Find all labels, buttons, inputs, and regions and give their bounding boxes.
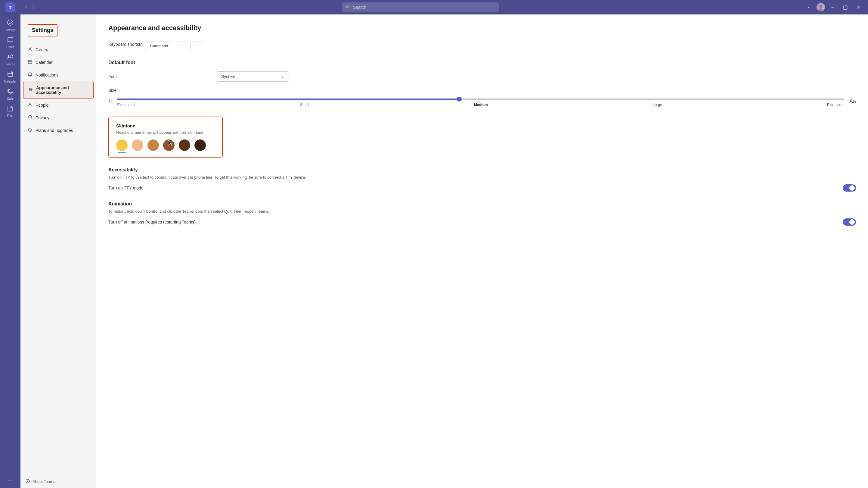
maximize-button[interactable]: ▢ — [840, 3, 850, 12]
animation-toggle[interactable] — [843, 219, 856, 226]
more-button[interactable]: ··· — [8, 476, 13, 483]
skintone-4[interactable] — [163, 140, 175, 151]
plans-icon — [28, 127, 32, 134]
skintone-6[interactable] — [194, 140, 206, 151]
minus-button[interactable]: − — [190, 41, 203, 50]
label-medium: Medium — [474, 103, 488, 107]
appearance-label: Appearance and accessibility — [36, 85, 88, 95]
search-icon: 🔍 — [345, 5, 350, 10]
sidebar-item-chats[interactable]: Chats — [0, 34, 21, 51]
more-options-button[interactable]: ··· — [804, 3, 813, 12]
calls-label: Calls — [7, 97, 13, 100]
main-content: Appearance and accessibility Keyboard sh… — [96, 15, 868, 488]
settings-nav-general[interactable]: General — [23, 44, 94, 56]
sidebar-item-calendar[interactable]: Calendar — [0, 68, 21, 86]
plans-label: Plans and upgrades — [35, 128, 73, 133]
default-font-title: Default font — [108, 60, 856, 65]
slider-container: Aa Extra small Small Medium Large Extra … — [108, 95, 856, 107]
font-label: Font — [108, 74, 217, 79]
sidebar-item-activity[interactable]: Activity — [0, 17, 21, 34]
label-small: Small — [300, 103, 309, 107]
accessibility-section: Accessibility Turn on TTY to use text to… — [108, 167, 856, 192]
svg-rect-7 — [8, 72, 13, 77]
size-label: Size — [108, 88, 117, 93]
calendar-settings-icon — [28, 59, 32, 65]
forward-button[interactable]: › — [30, 3, 37, 12]
back-button[interactable]: ‹ — [23, 3, 29, 12]
animation-slider — [843, 219, 856, 226]
svg-rect-9 — [28, 60, 32, 63]
skintone-2[interactable] — [132, 140, 143, 151]
notifications-label: Notifications — [35, 73, 58, 78]
default-font-section: Default font Font System ⌄ Size Aa Extra… — [108, 60, 856, 107]
skintone-5[interactable] — [179, 140, 190, 151]
svg-point-3 — [819, 5, 822, 8]
titlebar-nav: ‹ › — [23, 3, 37, 12]
calendar-icon — [7, 71, 13, 79]
files-icon — [7, 105, 13, 113]
calendar-settings-label: Calendar — [35, 60, 53, 65]
titlebar-logo: T — [0, 2, 21, 12]
settings-nav-plans[interactable]: Plans and upgrades — [23, 124, 94, 137]
chevron-down-icon: ⌄ — [281, 74, 284, 79]
calendar-label: Calendar — [4, 80, 17, 83]
label-large: Large — [653, 103, 662, 107]
size-large-indicator: Aa — [849, 98, 856, 105]
sidebar-item-files[interactable]: Files — [0, 103, 21, 120]
appearance-icon — [28, 87, 33, 93]
minimize-button[interactable]: − — [829, 3, 837, 12]
tty-slider — [843, 184, 856, 192]
general-label: General — [35, 47, 51, 52]
search-input[interactable] — [342, 2, 499, 12]
slider-labels: Extra small Small Medium Large Extra lar… — [117, 103, 844, 107]
close-button[interactable]: ✕ — [854, 3, 863, 12]
skintone-circles — [116, 140, 215, 151]
keyboard-shortcut-label: Keyboard shortcut — [108, 42, 143, 47]
skintone-title: Skintone — [116, 123, 215, 128]
accessibility-title: Accessibility — [108, 167, 856, 173]
label-extra-small: Extra small — [117, 103, 135, 107]
animation-title: Animation — [108, 201, 856, 207]
sidebar-item-calls[interactable]: Calls — [0, 86, 21, 103]
font-dropdown[interactable]: System ⌄ — [217, 71, 289, 82]
settings-nav-notifications[interactable]: Notifications — [23, 69, 94, 81]
teams-label: Teams — [6, 63, 14, 66]
slider-wrapper: Extra small Small Medium Large Extra lar… — [117, 95, 844, 107]
general-icon — [28, 47, 32, 53]
accessibility-description: Turn on TTY to use text to communicate o… — [108, 175, 856, 179]
privacy-label: Privacy — [35, 115, 49, 120]
files-label: Files — [7, 114, 13, 117]
size-slider[interactable] — [117, 98, 844, 100]
about-teams[interactable]: About Teams — [21, 475, 96, 488]
settings-nav-people[interactable]: People — [23, 99, 94, 111]
titlebar: T ‹ › 🔍 ··· − ▢ ✕ — [0, 0, 868, 15]
settings-title-box: Settings — [28, 24, 58, 36]
animation-toggle-row: Turn off animations (requires restarting… — [108, 219, 856, 226]
chats-label: Chats — [6, 46, 14, 49]
svg-point-5 — [8, 55, 10, 57]
teams-icon — [7, 54, 13, 62]
plus-button[interactable]: + — [176, 41, 188, 50]
svg-marker-14 — [168, 140, 172, 145]
search-bar: 🔍 — [342, 2, 499, 12]
skintone-3[interactable] — [148, 140, 159, 151]
keyboard-shortcut-section: Keyboard shortcut Command + − — [108, 41, 856, 50]
skintone-1[interactable] — [116, 140, 128, 151]
about-icon — [25, 479, 30, 484]
keyboard-shortcut-row: Keyboard shortcut Command + − — [108, 41, 856, 50]
tty-label: Turn on TTY mode — [108, 185, 143, 191]
settings-nav-appearance[interactable]: Appearance and accessibility — [23, 82, 94, 98]
svg-text:T: T — [9, 5, 12, 10]
tty-toggle[interactable] — [843, 184, 856, 192]
people-label: People — [35, 103, 49, 108]
command-button[interactable]: Command — [145, 41, 173, 50]
settings-title: Settings — [32, 27, 53, 33]
font-row: Font System ⌄ — [108, 71, 856, 82]
size-small-indicator: Aa — [108, 99, 112, 103]
label-extra-large: Extra large — [827, 103, 844, 107]
page-title: Appearance and accessibility — [108, 24, 856, 32]
sidebar-item-teams[interactable]: Teams — [0, 51, 21, 68]
settings-nav-calendar[interactable]: Calendar — [23, 56, 94, 68]
settings-nav-privacy[interactable]: Privacy — [23, 112, 94, 124]
avatar[interactable] — [816, 3, 825, 11]
